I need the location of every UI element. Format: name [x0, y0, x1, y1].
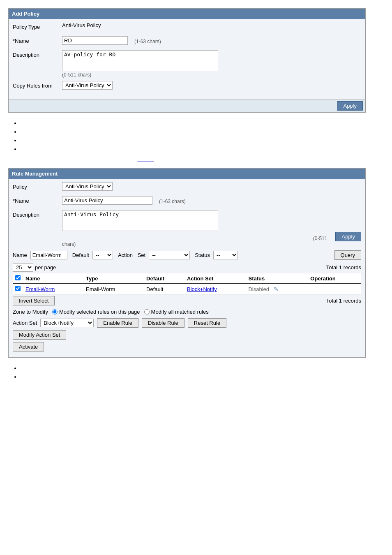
default-select[interactable]: -- — [92, 251, 113, 259]
select-all-checkbox[interactable] — [15, 275, 21, 280]
rm-apply-button[interactable]: Apply — [335, 232, 361, 241]
policy-type-row: Policy Type Anti-Virus Policy — [13, 22, 361, 33]
invert-select-row: Invert Select Total 1 records — [13, 296, 361, 305]
set-label: Set — [138, 252, 146, 258]
policy-type-text: Anti-Virus Policy — [62, 22, 101, 28]
action-set-query-select[interactable]: -- — [149, 251, 190, 259]
table-header-row: Name Type Default Action Set Status Oper… — [13, 273, 361, 284]
bullet-list-2 — [21, 156, 384, 162]
copy-rules-control: Anti-Virus Policy — [62, 81, 361, 90]
name-query-label: Name — [13, 252, 27, 258]
rm-desc-input[interactable]: Anti-Virus Policy — [62, 210, 218, 231]
add-policy-desc-input[interactable]: AV policy for RD — [62, 50, 218, 71]
row-type-cell: Email-Worm — [83, 284, 144, 294]
link-item[interactable] — [138, 156, 154, 162]
per-page-label: per page — [35, 264, 56, 271]
col-header-operation: Operation — [308, 273, 361, 284]
rm-desc-label: Description — [13, 210, 62, 218]
rm-policy-control: Anti-Virus Policy — [62, 182, 361, 191]
per-page-select[interactable]: 25 — [13, 263, 33, 272]
rm-name-control: (1-63 chars) — [62, 196, 361, 205]
action-label: Action — [118, 252, 133, 258]
col-header-default: Default — [144, 273, 184, 284]
col-header-status: Status — [246, 273, 308, 284]
col-header-action-set: Action Set — [184, 273, 246, 284]
add-policy-title: Add Policy — [12, 11, 39, 17]
zone-label: Zone to Modify — [13, 309, 48, 315]
row-operation-cell — [308, 284, 361, 294]
rm-name-row: *Name (1-63 chars) — [13, 196, 361, 207]
activate-button[interactable]: Activate — [13, 342, 44, 352]
rm-policy-select[interactable]: Anti-Virus Policy — [62, 182, 113, 191]
row-checkbox-cell — [13, 284, 23, 294]
per-page-control: 25 per page — [13, 263, 56, 272]
zone-option2-label[interactable]: Modify all matched rules — [144, 309, 209, 315]
add-policy-desc-control: AV policy for RD (0-511 chars) — [62, 50, 361, 78]
policy-type-value: Anti-Virus Policy — [62, 22, 361, 28]
activate-row: Activate — [13, 342, 361, 352]
edit-icon[interactable]: ✎ — [274, 286, 279, 292]
row-default-value: Default — [146, 286, 163, 292]
rm-desc-row: Description Anti-Virus Policy (0-511 App… — [13, 210, 361, 247]
add-policy-panel: Add Policy Policy Type Anti-Virus Policy… — [8, 8, 366, 113]
copy-rules-select[interactable]: Anti-Virus Policy — [62, 81, 113, 90]
action-set-row-label: Action Set — [13, 320, 37, 326]
table-header-checkbox — [13, 273, 23, 284]
rule-table: Name Type Default Action Set Status Oper… — [13, 273, 361, 294]
modify-action-set-button[interactable]: Modify Action Set — [13, 330, 66, 340]
add-policy-desc-label: Description — [13, 50, 62, 58]
add-policy-name-label: *Name — [13, 36, 62, 44]
name-hint: (1-63 chars) — [134, 37, 161, 44]
add-policy-body: Policy Type Anti-Virus Policy *Name (1-6… — [9, 19, 365, 99]
bullet-item — [21, 137, 384, 143]
invert-select-button[interactable]: Invert Select — [13, 296, 55, 305]
bullet-item — [21, 120, 384, 126]
zone-option1-label[interactable]: Modify selected rules on this page — [52, 309, 140, 315]
row-action-set-link[interactable]: Block+Notify — [187, 286, 217, 292]
per-page-total-row: 25 per page Total 1 records — [13, 263, 361, 272]
zone-radio-selected[interactable] — [52, 309, 58, 314]
add-policy-name-row: *Name (1-63 chars) — [13, 36, 361, 47]
zone-option2-text: Modify all matched rules — [151, 309, 209, 315]
rm-policy-row: Policy Anti-Virus Policy — [13, 182, 361, 193]
bullet-item — [21, 146, 384, 152]
add-policy-desc-row: Description AV policy for RD (0-511 char… — [13, 50, 361, 78]
zone-radio-all[interactable] — [144, 309, 150, 314]
row-action-set-cell: Block+Notify — [184, 284, 246, 294]
action-set-row: Action Set Block+Notify Enable Rule Disa… — [13, 318, 361, 328]
rm-policy-label: Policy — [13, 182, 62, 190]
name-query-input[interactable] — [30, 251, 67, 259]
rule-management-header: Rule Management — [9, 169, 365, 179]
reset-rule-button[interactable]: Reset Rule — [188, 318, 226, 328]
query-button[interactable]: Query — [334, 250, 361, 260]
add-policy-name-control: (1-63 chars) — [62, 36, 361, 45]
row-checkbox[interactable] — [15, 286, 21, 291]
add-policy-name-input[interactable] — [62, 36, 128, 45]
copy-rules-label: Copy Rules from — [13, 81, 62, 89]
bullet-item — [21, 156, 384, 162]
row-name-cell: Email-Worm — [23, 284, 83, 294]
bullet-list-1 — [21, 120, 384, 152]
rm-name-input[interactable] — [62, 196, 152, 205]
row-status-cell: Disabled ✎ — [246, 284, 308, 294]
bullet-item — [21, 129, 384, 135]
table-row: Email-Worm Email-Worm Default Block+Noti… — [13, 284, 361, 294]
rm-desc-control: Anti-Virus Policy (0-511 Apply chars) — [62, 210, 361, 247]
desc-block — [21, 156, 384, 162]
row-name-link[interactable]: Email-Worm — [25, 286, 55, 292]
rule-management-panel: Rule Management Policy Anti-Virus Policy… — [8, 168, 366, 358]
add-policy-apply-button[interactable]: Apply — [337, 101, 363, 111]
enable-rule-button[interactable]: Enable Rule — [97, 318, 138, 328]
action-set-select[interactable]: Block+Notify — [40, 319, 94, 327]
desc-hint: (0-511 chars) — [62, 72, 91, 78]
rm-name-label: *Name — [13, 196, 62, 204]
disable-rule-button[interactable]: Disable Rule — [142, 318, 184, 328]
row-type-value: Email-Worm — [86, 286, 115, 292]
status-select[interactable]: -- — [213, 251, 238, 259]
query-section: Name Default -- Action Set -- Status -- … — [13, 250, 361, 260]
modify-action-set-row: Modify Action Set — [13, 330, 361, 340]
query-row: Name Default -- Action Set -- Status -- … — [13, 250, 361, 260]
copy-rules-row: Copy Rules from Anti-Virus Policy — [13, 81, 361, 92]
zone-option1-text: Modify selected rules on this page — [59, 309, 140, 315]
rm-name-hint: (1-63 chars) — [159, 197, 186, 204]
